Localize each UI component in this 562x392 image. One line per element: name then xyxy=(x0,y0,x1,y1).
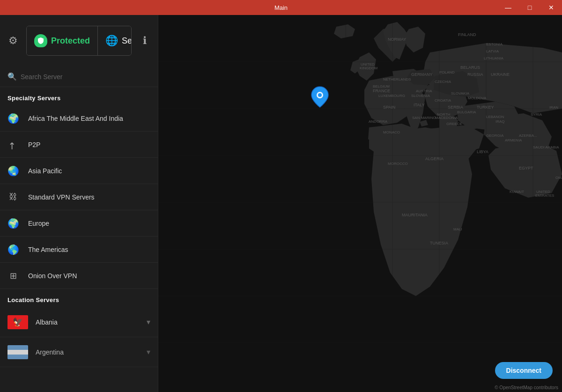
svg-text:AZERBA...: AZERBA... xyxy=(519,133,537,138)
svg-text:MACEDONIA: MACEDONIA xyxy=(435,116,458,120)
sidebar: Protected 🌐 Serbia ⇥ Log out inbody.5@gm… xyxy=(0,15,158,392)
svg-text:LIBYA: LIBYA xyxy=(477,149,488,154)
svg-text:MOROCCO: MOROCCO xyxy=(388,162,408,166)
menu-label-onion: Onion Over VPN xyxy=(28,272,77,280)
globe-americas-icon: 🌎 xyxy=(7,244,19,255)
gear-icon xyxy=(7,35,19,46)
svg-text:MALI: MALI xyxy=(453,227,462,231)
svg-text:OMAN: OMAN xyxy=(555,176,562,180)
svg-text:SPAIN: SPAIN xyxy=(383,105,395,110)
svg-text:MAURITANIA: MAURITANIA xyxy=(402,213,428,217)
current-location: Serbia xyxy=(122,36,132,46)
close-button[interactable]: ✕ xyxy=(540,0,562,15)
svg-text:CROATIA: CROATIA xyxy=(435,98,451,103)
menu-label-africa: Africa The Middle East And India xyxy=(28,115,123,122)
chevron-argentina-icon: ▾ xyxy=(147,348,150,356)
chevron-albania-icon: ▾ xyxy=(147,318,150,326)
svg-text:FRANCE: FRANCE xyxy=(373,89,390,93)
svg-text:KUWAIT: KUWAIT xyxy=(510,190,524,194)
svg-text:ALGERIA: ALGERIA xyxy=(425,156,444,161)
settings-button[interactable] xyxy=(4,35,22,46)
svg-text:MONACO: MONACO xyxy=(383,130,400,134)
location-section: 🌐 Serbia xyxy=(98,26,132,55)
map-area: NORWAY FINLAND ESTONIA LATVIA LITHUANIA … xyxy=(158,15,562,392)
maximize-button[interactable]: □ xyxy=(519,0,540,15)
svg-text:BULGARIA: BULGARIA xyxy=(457,110,476,114)
window-controls: — □ ✕ xyxy=(497,0,562,15)
svg-text:GERMANY: GERMANY xyxy=(411,72,433,77)
svg-text:LATVIA: LATVIA xyxy=(486,49,499,53)
svg-text:SYRIA: SYRIA xyxy=(531,112,542,117)
svg-text:BELARUS: BELARUS xyxy=(460,65,480,70)
menu-label-europe: Europe xyxy=(28,220,49,227)
protected-label: Protected xyxy=(51,36,90,46)
svg-text:POLAND: POLAND xyxy=(439,70,455,74)
menu-item-standard[interactable]: ⛓ Standard VPN Servers xyxy=(0,184,158,210)
menu-label-americas: The Americas xyxy=(28,246,68,253)
protected-section: Protected xyxy=(27,26,98,55)
menu-item-p2p[interactable]: ↗ P2P xyxy=(0,132,158,158)
svg-text:NORWAY: NORWAY xyxy=(388,37,406,42)
svg-text:CZECHIA: CZECHIA xyxy=(435,80,451,84)
search-icon: 🔍 xyxy=(7,72,17,81)
menu-label-asia: Asia Pacific xyxy=(28,167,62,175)
svg-text:RUSSIA: RUSSIA xyxy=(467,72,483,77)
header-bar: Protected 🌐 Serbia ⇥ Log out inbody.5@gm… xyxy=(0,15,158,67)
menu-item-americas[interactable]: 🌎 The Americas xyxy=(0,237,158,263)
location-item-argentina[interactable]: Argentina ▾ xyxy=(0,337,158,367)
onion-icon: ⊞ xyxy=(7,270,19,281)
minimize-button[interactable]: — xyxy=(497,0,519,15)
flag-albania xyxy=(7,315,28,329)
svg-text:UKRAINE: UKRAINE xyxy=(491,72,510,77)
svg-text:AUSTRIA: AUSTRIA xyxy=(416,89,432,93)
menu-item-europe[interactable]: 🌍 Europe xyxy=(0,210,158,237)
svg-text:GREECE: GREECE xyxy=(446,122,462,126)
svg-text:KINGDOM: KINGDOM xyxy=(360,66,378,70)
search-container: 🔍 xyxy=(0,67,158,87)
svg-text:NETHERLANDS: NETHERLANDS xyxy=(383,77,411,81)
svg-text:SAUDI ARABIA: SAUDI ARABIA xyxy=(533,145,559,149)
menu-item-onion[interactable]: ⊞ Onion Over VPN xyxy=(0,263,158,289)
search-input[interactable] xyxy=(21,73,150,81)
menu-label-p2p: P2P xyxy=(28,141,40,148)
svg-point-69 xyxy=(318,93,322,97)
svg-text:LEBANON: LEBANON xyxy=(486,115,504,119)
svg-text:ARMENIA: ARMENIA xyxy=(505,138,522,142)
info-icon xyxy=(139,35,150,46)
globe-africa-icon: 🌍 xyxy=(7,113,19,124)
svg-text:ESTONIA: ESTONIA xyxy=(486,42,503,46)
svg-text:TURKEY: TURKEY xyxy=(477,105,494,110)
disconnect-button[interactable]: Disconnect xyxy=(495,362,553,379)
p2p-icon: ↗ xyxy=(5,137,21,153)
svg-text:MOLDOVA: MOLDOVA xyxy=(468,96,487,100)
svg-text:IRAN: IRAN xyxy=(549,105,558,110)
menu-label-standard: Standard VPN Servers xyxy=(28,193,95,201)
svg-text:SLOVAKIA: SLOVAKIA xyxy=(451,91,470,96)
app-body: Protected 🌐 Serbia ⇥ Log out inbody.5@gm… xyxy=(0,15,562,392)
location-servers-header: Location Servers xyxy=(0,289,158,307)
svg-text:EMIRATES: EMIRATES xyxy=(535,193,554,198)
status-bar: Protected 🌐 Serbia ⇥ Log out inbody.5@gm… xyxy=(26,26,132,56)
title-bar: Main — □ ✕ xyxy=(0,0,562,15)
shield-icon xyxy=(34,34,47,47)
svg-text:BELGIUM: BELGIUM xyxy=(373,84,390,89)
svg-text:GEORGIA: GEORGIA xyxy=(486,133,504,138)
svg-text:ITALY: ITALY xyxy=(414,103,425,107)
info-button[interactable] xyxy=(135,35,154,46)
flag-argentina xyxy=(7,345,28,359)
svg-text:TUNESIA: TUNESIA xyxy=(430,241,448,245)
menu-item-africa[interactable]: 🌍 Africa The Middle East And India xyxy=(0,105,158,132)
svg-text:LITHUANIA: LITHUANIA xyxy=(484,56,503,60)
app-title: Main xyxy=(274,4,288,11)
svg-text:SLOVENIA: SLOVENIA xyxy=(411,94,430,98)
menu-item-asia[interactable]: 🌏 Asia Pacific xyxy=(0,158,158,184)
map-svg: NORWAY FINLAND ESTONIA LATVIA LITHUANIA … xyxy=(158,15,562,392)
svg-text:FINLAND: FINLAND xyxy=(458,32,476,37)
location-label-argentina: Argentina xyxy=(36,348,139,356)
svg-text:SAN MARINO: SAN MARINO xyxy=(412,116,436,120)
svg-text:EGYPT: EGYPT xyxy=(519,166,533,170)
location-item-albania[interactable]: Albania ▾ xyxy=(0,307,158,337)
globe-asia-icon: 🌏 xyxy=(7,165,19,177)
svg-text:ANDORRA: ANDORRA xyxy=(369,119,388,124)
osm-credit: © OpenStreetMap contributors xyxy=(495,385,558,390)
